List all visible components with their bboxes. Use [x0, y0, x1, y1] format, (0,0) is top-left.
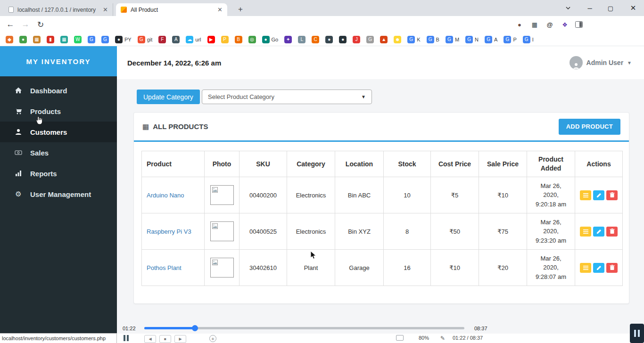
bookmark-item[interactable]: G	[101, 36, 109, 43]
update-category-button[interactable]: Update Category	[137, 90, 200, 104]
browser-tab-inactive[interactable]: localhost / 127.0.0.1 / inventory ✕	[4, 3, 113, 16]
bookmark-item[interactable]: ✦	[284, 36, 292, 43]
home-icon	[14, 87, 23, 94]
bookmark-favicon: ▲	[380, 36, 388, 43]
added-cell: Mar 26, 2020, 9:23:20 am	[527, 213, 575, 250]
bookmark-item[interactable]: ◆	[6, 36, 13, 43]
bookmark-item[interactable]: G	[88, 36, 95, 43]
bookmark-item[interactable]: C	[312, 36, 319, 43]
refresh-icon[interactable]: ↻	[34, 18, 47, 31]
bookmark-item[interactable]: ●	[339, 36, 347, 43]
extension-grid-icon[interactable]: ▦	[529, 19, 540, 30]
add-product-button[interactable]: ADD PRODUCT	[559, 119, 620, 135]
view-button[interactable]	[580, 227, 591, 237]
bookmark-item[interactable]: ▶	[207, 36, 215, 43]
close-window-button[interactable]: ✕	[623, 0, 643, 16]
delete-button[interactable]	[606, 190, 618, 200]
bookmark-favicon: C	[312, 36, 319, 43]
bookmark-favicon: W	[74, 36, 82, 43]
bookmark-item[interactable]: ▮	[47, 36, 54, 43]
bookmark-item[interactable]: W	[74, 36, 82, 43]
bookmark-item[interactable]: B	[235, 36, 242, 43]
sku-cell: 00400200	[239, 177, 287, 213]
player-controls: ◀ ■ ▶ + 80% ✎ 01:22 / 08:37	[117, 334, 630, 343]
col-location: Location	[335, 151, 384, 177]
seek-handle[interactable]	[192, 325, 198, 331]
sidebar-item-label: Reports	[30, 170, 57, 178]
bookmark-item[interactable]: ☻	[394, 36, 401, 43]
bookmark-item[interactable]: F	[158, 36, 166, 43]
add-marker-icon[interactable]: +	[209, 335, 216, 342]
bookmark-item[interactable]: ▦	[60, 36, 68, 43]
maximize-button[interactable]: ▢	[601, 0, 620, 16]
stop-icon[interactable]: ■	[159, 335, 171, 343]
product-link[interactable]: Arduino Nano	[147, 192, 184, 199]
sidebar-item-user-management[interactable]: ⚙ User Management	[0, 184, 117, 204]
bookmark-item[interactable]: G A	[485, 36, 497, 43]
delete-button[interactable]	[606, 263, 618, 273]
side-panel-icon[interactable]	[573, 19, 585, 30]
bookmark-item[interactable]: G git	[138, 36, 153, 43]
bookmark-favicon: G	[427, 36, 434, 43]
pencil-icon[interactable]: ✎	[440, 335, 445, 342]
bookmark-favicon: L	[298, 36, 305, 43]
app-favicon	[121, 7, 127, 13]
bookmark-item[interactable]: ☁ url	[186, 36, 201, 43]
tab-search-chevron-icon[interactable]	[558, 0, 578, 16]
bookmark-item[interactable]: J	[353, 36, 360, 43]
bookmark-item[interactable]: ● Go	[262, 36, 279, 43]
close-icon[interactable]: ✕	[217, 6, 223, 13]
bookmark-item[interactable]: ●	[325, 36, 333, 43]
bookmark-item[interactable]: G K	[407, 36, 420, 43]
product-link[interactable]: Raspberry Pi V3	[147, 228, 191, 235]
prev-frame-icon[interactable]: ◀	[144, 335, 156, 343]
view-button[interactable]	[580, 263, 591, 273]
extension-paw-icon[interactable]: ●	[514, 19, 525, 30]
sidebar-item-sales[interactable]: Sales	[0, 142, 117, 163]
extensions-puzzle-icon[interactable]: ❖	[559, 19, 570, 30]
edit-button[interactable]	[593, 263, 604, 273]
bookmark-item[interactable]: ●	[19, 36, 27, 43]
browser-tab-active[interactable]: All Product ✕	[116, 3, 227, 16]
pause-icon[interactable]	[124, 335, 130, 343]
close-icon[interactable]: ✕	[103, 6, 108, 13]
bookmark-item[interactable]: ▦	[33, 36, 41, 43]
pause-overlay-button[interactable]	[630, 324, 644, 343]
bookmark-item[interactable]: P	[221, 36, 229, 43]
sidebar-item-dashboard[interactable]: Dashboard	[0, 80, 117, 101]
user-menu[interactable]: Admin User ▼	[570, 56, 632, 69]
bookmark-item[interactable]: G I	[523, 36, 534, 43]
extension-at-icon[interactable]: @	[544, 19, 555, 30]
product-category-select[interactable]: Select Product Category ▼	[202, 90, 372, 104]
sidebar-item-reports[interactable]: Reports	[0, 163, 117, 184]
bookmark-item[interactable]: A	[172, 36, 180, 43]
bookmark-item[interactable]: G M	[446, 36, 459, 43]
bookmark-item[interactable]: G P	[504, 36, 516, 43]
delete-button[interactable]	[606, 227, 618, 237]
forward-icon[interactable]: →	[19, 18, 32, 31]
bookmark-item[interactable]: ● PY	[115, 36, 132, 43]
bookmark-item[interactable]: L	[298, 36, 305, 43]
bookmark-item[interactable]: ▲	[380, 36, 388, 43]
view-button[interactable]	[580, 190, 591, 200]
bookmark-item[interactable]: G B	[427, 36, 439, 43]
tab-title: All Product	[131, 7, 214, 13]
frame-icon[interactable]	[396, 335, 404, 341]
sidebar-item-products[interactable]: Products	[0, 101, 117, 122]
edit-button[interactable]	[593, 227, 604, 237]
edit-button[interactable]	[593, 190, 604, 200]
bookmark-label: N	[475, 37, 479, 42]
product-link[interactable]: Pothos Plant	[147, 264, 182, 271]
back-icon[interactable]: ←	[4, 18, 17, 31]
sku-cell: 00400525	[239, 213, 287, 250]
bookmark-label: PY	[124, 37, 132, 42]
next-frame-icon[interactable]: ▶	[174, 335, 186, 343]
minimize-button[interactable]: ─	[580, 0, 600, 16]
bookmark-item[interactable]: G N	[465, 36, 479, 43]
bookmark-item[interactable]: G	[366, 36, 374, 43]
bookmark-item[interactable]: ◎	[248, 36, 256, 43]
new-tab-button[interactable]: +	[235, 4, 246, 15]
cost-price-cell: ₹5	[431, 177, 479, 213]
sidebar-item-customers[interactable]: Customers	[0, 122, 117, 142]
bookmarks-bar: ◆ ● ▦ ▮ ▦ W G G	[0, 33, 644, 46]
